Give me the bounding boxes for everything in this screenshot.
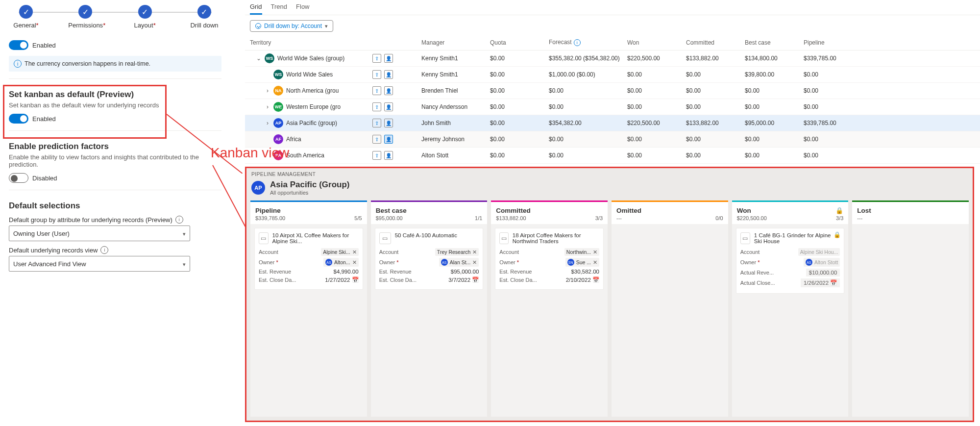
committed-cell: $0.00: [686, 152, 745, 159]
kanban-panel: PIPELINE MANAGEMENT AP Asia Pacific (Gro…: [246, 168, 973, 421]
close-label: Est. Close Da...: [499, 277, 537, 283]
kanban-card[interactable]: ▭50 Café A-100 AutomaticAccountTrey Rese…: [375, 228, 484, 290]
territory-badge-icon: WE: [273, 102, 283, 112]
wizard-step-layout[interactable]: ✓Layout*: [128, 5, 162, 33]
territory-name: World Wide Sales (group): [277, 55, 344, 62]
expand-icon[interactable]: [265, 71, 270, 78]
lane-body[interactable]: 🔒▭1 Café BG-1 Grinder for Alpine Ski Hou…: [732, 224, 849, 417]
wizard-step-general[interactable]: ✓General*: [9, 5, 43, 33]
kanban-card[interactable]: ▭10 Airpot XL Coffee Makers for Alpine S…: [254, 228, 363, 290]
records-view-dropdown[interactable]: User Advanced Find View: [9, 256, 190, 272]
tab-flow[interactable]: Flow: [296, 3, 309, 15]
share-icon[interactable]: ⇪: [372, 102, 381, 111]
user-icon[interactable]: 👤: [384, 135, 393, 144]
tab-trend[interactable]: Trend: [271, 3, 287, 15]
share-icon[interactable]: ⇪: [372, 54, 381, 63]
kanban-lane-bestcase: Best case$95,000.001/1▭50 Café A-100 Aut…: [371, 200, 488, 417]
forecast-cell: $0.00: [549, 103, 627, 110]
grid-row[interactable]: SASouth America⇪👤Alton Stott$0.00$0.00$0…: [245, 148, 980, 164]
committed-cell: $0.00: [686, 136, 745, 143]
manager-cell: Jeremy Johnson: [421, 136, 490, 143]
close-value: 2/10/2022 📅: [566, 276, 599, 283]
info-icon[interactable]: i: [574, 39, 581, 46]
owner-chip[interactable]: ASAlton... ✕: [323, 258, 359, 267]
remove-icon[interactable]: ✕: [472, 259, 477, 265]
revenue-label: Est. Revenue: [379, 269, 412, 275]
grid-tabs: GridTrendFlow: [245, 0, 980, 15]
share-icon[interactable]: ⇪: [372, 119, 381, 127]
remove-icon[interactable]: ✕: [352, 259, 357, 265]
share-icon[interactable]: ⇪: [372, 86, 381, 95]
expand-icon[interactable]: [265, 136, 270, 143]
info-icon[interactable]: i: [100, 246, 108, 254]
info-icon[interactable]: i: [175, 216, 183, 224]
share-icon[interactable]: ⇪: [372, 151, 381, 160]
lane-body[interactable]: ▭18 Airpot Coffee Makers for Northwind T…: [491, 224, 608, 417]
owner-label: Owner *: [379, 259, 399, 265]
kanban-card[interactable]: 🔒▭1 Café BG-1 Grinder for Alpine Ski Hou…: [736, 228, 845, 294]
user-icon[interactable]: 👤: [384, 119, 393, 127]
check-icon: ✓: [197, 5, 211, 19]
kanban-default-toggle[interactable]: [9, 114, 28, 124]
remove-icon[interactable]: ✕: [593, 249, 597, 255]
user-icon[interactable]: 👤: [384, 54, 393, 63]
won-cell: $0.00: [627, 87, 686, 94]
territory-name: Western Europe (gro: [286, 103, 341, 110]
kanban-card[interactable]: ▭18 Airpot Coffee Makers for Northwind T…: [495, 228, 604, 290]
tab-grid[interactable]: Grid: [250, 3, 262, 15]
expand-icon[interactable]: ›: [265, 120, 270, 126]
grid-row[interactable]: ›NANorth America (grou⇪👤Brenden Thiel$0.…: [245, 83, 980, 99]
bestcase-cell: $39,800.00: [745, 71, 804, 78]
account-chip[interactable]: Northwin... ✕: [564, 248, 599, 256]
expand-icon[interactable]: ›: [265, 87, 270, 94]
lane-body[interactable]: [612, 224, 728, 417]
account-chip[interactable]: Trey Research ✕: [435, 248, 479, 256]
user-icon[interactable]: 👤: [384, 102, 393, 111]
expand-icon[interactable]: ›: [265, 103, 270, 110]
lane-body[interactable]: ▭10 Airpot XL Coffee Makers for Alpine S…: [250, 224, 367, 417]
kanban-lane-omitted: Omitted---0/0: [612, 200, 728, 417]
wizard-step-drill-down[interactable]: ✓Drill down: [187, 5, 221, 33]
manager-cell: Nancy Andersson: [421, 103, 490, 110]
share-icon[interactable]: ⇪: [372, 70, 381, 79]
account-label: Account: [499, 249, 519, 255]
calendar-icon[interactable]: 📅: [592, 277, 599, 283]
expand-icon[interactable]: ⌄: [256, 55, 262, 62]
grid-row[interactable]: ›WEWestern Europe (gro⇪👤Nancy Andersson$…: [245, 99, 980, 115]
calendar-icon[interactable]: 📅: [352, 277, 359, 283]
grid-row[interactable]: ⌄WSWorld Wide Sales (group)⇪👤Kenny Smith…: [245, 50, 980, 67]
wizard-step-permissions[interactable]: ✓Permissions*: [68, 5, 102, 33]
user-icon[interactable]: 👤: [384, 151, 393, 160]
remove-icon[interactable]: ✕: [593, 259, 597, 265]
grid-row[interactable]: ›APAsia Pacific (group)⇪👤John Smith$0.00…: [245, 115, 980, 131]
won-cell: $220,500.00: [627, 55, 686, 62]
drilldown-button[interactable]: Drill down by: Account: [250, 20, 333, 32]
remove-icon[interactable]: ✕: [472, 249, 477, 255]
user-icon[interactable]: 👤: [384, 70, 393, 79]
lane-body[interactable]: [852, 224, 969, 417]
lane-header: Omitted---0/0: [612, 202, 728, 224]
prediction-desc: Enable the ability to view factors and i…: [9, 153, 221, 168]
grid-row[interactable]: AFAfrica⇪👤Jeremy Johnson$0.00$0.00$0.00$…: [245, 131, 980, 148]
user-icon[interactable]: 👤: [384, 86, 393, 95]
opportunity-icon: ▭: [259, 232, 269, 244]
share-icon[interactable]: ⇪: [372, 135, 381, 144]
owner-chip[interactable]: ASAlan St... ✕: [439, 258, 479, 267]
row-actions: ⇪👤: [372, 119, 421, 127]
won-cell: $0.00: [627, 152, 686, 159]
calendar-icon[interactable]: 📅: [472, 277, 479, 283]
opportunity-icon: ▭: [379, 232, 391, 244]
group-badge-icon: AP: [251, 181, 265, 195]
account-label: Account: [740, 249, 760, 255]
groupby-dropdown[interactable]: Owning User (User): [9, 226, 190, 241]
account-chip[interactable]: Alpine Ski... ✕: [321, 248, 358, 256]
manager-cell: Alton Stott: [421, 152, 490, 159]
currency-enabled-toggle[interactable]: [9, 40, 28, 50]
lane-body[interactable]: ▭50 Café A-100 AutomaticAccountTrey Rese…: [371, 224, 488, 417]
territory-name: North America (grou: [286, 87, 339, 94]
owner-chip[interactable]: SNSue ... ✕: [565, 258, 599, 267]
prediction-toggle[interactable]: [9, 173, 28, 183]
remove-icon[interactable]: ✕: [352, 249, 357, 255]
bestcase-cell: $95,000.00: [745, 120, 804, 126]
grid-row[interactable]: WSWorld Wide Sales⇪👤Kenny Smith1$0.00$1,…: [245, 67, 980, 83]
